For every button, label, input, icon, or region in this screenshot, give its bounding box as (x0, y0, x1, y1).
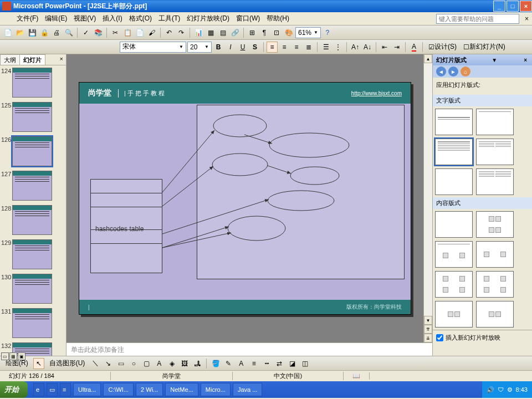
line-style-icon[interactable]: ≡ (248, 358, 259, 369)
increase-indent-icon[interactable]: ⇥ (391, 42, 402, 53)
align-center-icon[interactable]: ≡ (279, 42, 290, 53)
system-tray[interactable]: 🔊 🛡 ⚙ 8:43 (482, 381, 532, 398)
3d-style-icon[interactable]: ◫ (299, 358, 310, 369)
slide-canvas[interactable]: 尚学堂 | 手 把 手 教 程 http://www.bjsxt.com (66, 54, 423, 342)
layout-content-7[interactable] (435, 301, 473, 328)
decrease-font-icon[interactable]: A↓ (362, 42, 373, 53)
layout-two-col[interactable] (476, 139, 514, 165)
scroll-up-icon[interactable]: ▲ (424, 54, 432, 63)
slideshow-view-icon[interactable]: ▣ (18, 352, 25, 360)
thumbnail-list[interactable]: 124125126127128129130131132 (0, 65, 58, 356)
menu-file[interactable]: 文件(F) (13, 13, 42, 24)
outline-scrollbar[interactable] (58, 65, 66, 356)
font-color-icon[interactable]: A (408, 42, 420, 53)
align-right-icon[interactable]: ≡ (291, 42, 302, 53)
menu-view[interactable]: 视图(V) (70, 13, 99, 24)
layout-content-5[interactable] (435, 271, 473, 298)
help-search-input[interactable] (436, 14, 519, 24)
fill-color-icon[interactable]: 🪣 (210, 358, 221, 369)
new-icon[interactable]: 📄 (2, 27, 13, 38)
numbering-icon[interactable]: ☰ (320, 42, 331, 53)
permission-icon[interactable]: 🔒 (39, 27, 50, 38)
prev-slide-icon[interactable]: ⇈ (424, 325, 432, 334)
taskpane-home-icon[interactable]: ⌂ (461, 66, 470, 76)
normal-view-icon[interactable]: ▭ (1, 352, 9, 360)
shadow-icon[interactable]: S (249, 42, 260, 53)
taskbar-item-5[interactable]: Java ... (233, 383, 262, 396)
underline-icon[interactable]: U (237, 42, 248, 53)
zoom-combo[interactable]: 61%▼ (295, 27, 321, 38)
layout-content-1[interactable] (435, 211, 473, 238)
taskbar-item-2[interactable]: 2 Wi... (136, 383, 163, 396)
thumbnail-128[interactable]: 128 (1, 205, 57, 235)
research-icon[interactable]: 📚 (93, 27, 104, 38)
tray-icon-2[interactable]: 🛡 (498, 386, 504, 393)
tray-icon-3[interactable]: ⚙ (507, 386, 513, 393)
paste-icon[interactable]: 📄 (134, 27, 145, 38)
expand-icon[interactable]: ⊞ (247, 27, 258, 38)
slide-body[interactable]: hashcodes table (79, 104, 411, 300)
menu-close-icon[interactable]: × (521, 15, 532, 23)
open-icon[interactable]: 📂 (14, 27, 25, 38)
menu-help[interactable]: 帮助(H) (263, 13, 293, 24)
layout-content-4[interactable] (476, 241, 514, 268)
save-icon[interactable]: 💾 (27, 27, 38, 38)
tab-slides[interactable]: 幻灯片 (19, 54, 45, 65)
sorter-view-icon[interactable]: ▦ (9, 352, 17, 360)
fontsize-combo[interactable]: 20▼ (187, 42, 212, 53)
line-icon[interactable]: ＼ (90, 358, 101, 369)
thumbnail-129[interactable]: 129 (1, 239, 57, 269)
increase-font-icon[interactable]: A↑ (350, 42, 361, 53)
table-icon[interactable]: ▦ (205, 27, 216, 38)
bullets-icon[interactable]: ⋮ (332, 42, 344, 53)
thumbnail-131[interactable]: 131 (1, 308, 57, 338)
maximize-button[interactable]: □ (507, 1, 519, 12)
select-icon[interactable]: ↖ (33, 358, 44, 369)
close-button[interactable]: × (520, 1, 532, 12)
layout-content-2[interactable] (476, 211, 514, 238)
arrow-icon[interactable]: ↘ (103, 358, 114, 369)
copy-icon[interactable]: 📋 (122, 27, 133, 38)
arrow-style-icon[interactable]: ⇄ (274, 358, 285, 369)
menu-slideshow[interactable]: 幻灯片放映(D) (183, 13, 233, 24)
menu-format[interactable]: 格式(O) (126, 13, 155, 24)
clipart-icon[interactable]: 🖼 (179, 358, 190, 369)
layout-title-only[interactable] (476, 109, 514, 135)
preview-icon[interactable]: 🔍 (63, 27, 74, 38)
chart-icon[interactable]: 📊 (193, 27, 204, 38)
quicklaunch-3-icon[interactable]: ≡ (60, 383, 71, 396)
show-formatting-icon[interactable]: ¶ (259, 27, 270, 38)
menu-tools[interactable]: 工具(T) (155, 13, 183, 24)
textbox-icon[interactable]: ▢ (141, 358, 152, 369)
outline-close-icon[interactable]: × (57, 54, 66, 65)
font-combo[interactable]: 宋体▼ (120, 42, 186, 53)
menu-edit[interactable]: 编辑(E) (42, 13, 70, 24)
quicklaunch-ie-icon[interactable]: e (33, 383, 44, 396)
status-spellcheck-icon[interactable]: 📖 (344, 372, 370, 380)
decrease-indent-icon[interactable]: ⇤ (379, 42, 390, 53)
start-button[interactable]: 开始 (0, 381, 28, 398)
dash-style-icon[interactable]: ┅ (261, 358, 272, 369)
taskbar-item-0[interactable]: Ultra... (73, 383, 101, 396)
scroll-down-icon[interactable]: ▼ (424, 316, 432, 325)
autoshape-menu[interactable]: 自选图形(U) (46, 357, 89, 369)
oval-icon[interactable]: ○ (128, 358, 139, 369)
minimize-button[interactable]: _ (493, 1, 505, 12)
thumbnail-126[interactable]: 126 (1, 136, 57, 166)
layout-blank[interactable] (435, 168, 473, 195)
align-left-icon[interactable]: ≡ (267, 42, 278, 53)
quicklaunch-desktop-icon[interactable]: ▭ (47, 383, 58, 396)
color-icon[interactable]: 🎨 (283, 27, 294, 38)
taskpane-back-icon[interactable]: ◄ (436, 66, 446, 76)
tray-icon-1[interactable]: 🔊 (487, 386, 494, 393)
menu-window[interactable]: 窗口(W) (233, 13, 263, 24)
cut-icon[interactable]: ✂ (110, 27, 121, 38)
spell-icon[interactable]: ✓ (80, 27, 91, 38)
thumbnail-124[interactable]: 124 (1, 68, 57, 98)
layout-title[interactable] (435, 109, 473, 135)
layout-title-text[interactable] (435, 139, 473, 165)
picture-icon[interactable]: 🏞 (192, 358, 203, 369)
taskpane-dropdown-icon[interactable]: ▼ (490, 57, 499, 63)
diagram-icon[interactable]: ◈ (166, 358, 177, 369)
tables-borders-icon[interactable]: ▤ (217, 27, 228, 38)
